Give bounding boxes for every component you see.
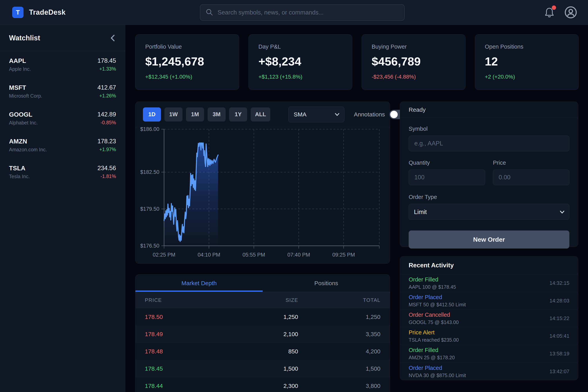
price-field[interactable]	[493, 170, 570, 185]
activity-item[interactable]: Order PlacedNVDA 30 @ $875.00 Limit13:42…	[400, 362, 578, 380]
activity-time: 14:28:03	[550, 298, 570, 304]
active-tab-underline	[136, 290, 263, 292]
watchlist-company: Apple Inc.	[9, 66, 31, 72]
tab-market-depth[interactable]: Market Depth	[136, 274, 263, 292]
svg-text:$179.50: $179.50	[140, 206, 159, 212]
depth-total: 3,350	[298, 331, 380, 338]
stat-card-value: 12	[485, 55, 569, 68]
depth-size: 1,500	[214, 365, 298, 372]
activity-panel: Recent Activity Order FilledAAPL 100 @ $…	[400, 256, 578, 380]
stat-card-delta: +2 (+20.0%)	[485, 74, 569, 80]
indicator-select[interactable]: SMA	[288, 106, 344, 122]
new-order-button[interactable]: New Order	[409, 230, 570, 248]
watchlist-change: +1.26%	[98, 93, 116, 98]
activity-item[interactable]: Order FilledAMZN 25 @ $178.2013:58:19	[400, 345, 578, 362]
notifications-button[interactable]	[543, 6, 556, 19]
quantity-label: Quantity	[409, 160, 485, 166]
activity-time: 13:42:07	[550, 368, 570, 374]
watchlist-change: -0.85%	[98, 120, 116, 126]
order-status: Ready	[400, 102, 578, 118]
tab-positions[interactable]: Positions	[263, 274, 390, 292]
activity-item[interactable]: Order PlacedMSFT 50 @ $412.50 Limit14:28…	[400, 292, 578, 310]
price-label: Price	[493, 160, 570, 166]
watchlist-sidebar: Watchlist AAPLApple Inc.178.45+1.33%MSFT…	[0, 25, 125, 392]
depth-size: 1,250	[214, 314, 298, 320]
activity-time: 13:58:19	[550, 351, 570, 357]
watchlist-item-aapl[interactable]: AAPLApple Inc.178.45+1.33%	[0, 51, 125, 78]
stat-card-label: Day P&L	[258, 44, 342, 50]
activity-item[interactable]: Order FilledAAPL 100 @ $178.4514:32:15	[400, 274, 578, 292]
svg-text:$176.50: $176.50	[140, 243, 159, 249]
activity-detail: TSLA reached $235.00	[409, 337, 459, 343]
depth-total: 1,250	[298, 314, 380, 320]
activity-time: 14:15:22	[550, 315, 570, 322]
stat-card-value: $456,789	[372, 55, 456, 68]
watchlist-items: AAPLApple Inc.178.45+1.33%MSFTMicrosoft …	[0, 51, 125, 186]
depth-table-row[interactable]: 178.492,1003,350	[136, 326, 390, 343]
notification-badge	[552, 6, 556, 10]
activity-status: Order Filled	[409, 276, 456, 283]
activity-status: Order Cancelled	[409, 312, 459, 318]
depth-size: 2,300	[214, 382, 298, 389]
watchlist-price: 234.56	[98, 165, 116, 172]
watchlist-company: Microsoft Corp.	[9, 93, 42, 99]
watchlist-item-msft[interactable]: MSFTMicrosoft Corp.412.67+1.26%	[0, 78, 125, 105]
watchlist-price: 178.45	[98, 57, 116, 64]
quantity-field[interactable]	[409, 170, 485, 185]
watchlist-company: Tesla Inc.	[9, 174, 30, 179]
watchlist-item-right: 142.89-0.85%	[98, 111, 116, 126]
watchlist-item-right: 178.23+1.97%	[98, 138, 116, 152]
watchlist-item-googl[interactable]: GOOGLAlphabet Inc.142.89-0.85%	[0, 105, 125, 132]
timeframe-button-3m[interactable]: 3M	[208, 108, 226, 122]
depth-table-row[interactable]: 178.488504,200	[136, 343, 390, 360]
activity-detail: GOOGL 75 @ $143.00	[409, 320, 459, 325]
watchlist-item-tsla[interactable]: TSLATesla Inc.234.56-1.81%	[0, 158, 125, 186]
stat-card-label: Portfolio Value	[145, 44, 229, 50]
svg-text:$186.00: $186.00	[140, 127, 159, 132]
stat-card-0: Portfolio Value$1,245,678+$12,345 (+1.00…	[135, 34, 239, 90]
timeframe-button-all[interactable]: ALL	[251, 108, 270, 122]
watchlist-change: -1.81%	[98, 174, 116, 179]
depth-tabs: Market Depth Positions	[136, 274, 390, 292]
depth-table-row[interactable]: 178.442,3003,800	[136, 377, 390, 392]
depth-price: 178.45	[145, 365, 214, 372]
activity-item[interactable]: Price AlertTSLA reached $235.0014:05:41	[400, 327, 578, 345]
brand-title: TradeDesk	[29, 8, 66, 16]
order-type-label: Order Type	[409, 194, 570, 200]
activity-title: Recent Activity	[400, 256, 578, 274]
price-chart[interactable]: $186.00$182.50$179.50$176.5002:25 PM04:1…	[136, 127, 390, 264]
column-header-total: TOTAL	[298, 297, 380, 303]
timeframe-button-1m[interactable]: 1M	[186, 108, 204, 122]
watchlist-item-amzn[interactable]: AMZNAmazon.com Inc.178.23+1.97%	[0, 132, 125, 158]
watchlist-item-left: GOOGLAlphabet Inc.	[9, 111, 38, 126]
order-type-select[interactable]: Limit	[409, 204, 570, 220]
timeframe-buttons: 1D1W1M3M1YALL	[143, 108, 274, 122]
app-logo-letter: T	[16, 9, 20, 16]
timeframe-button-1w[interactable]: 1W	[164, 108, 182, 122]
activity-item[interactable]: Order CancelledGOOGL 75 @ $143.0014:15:2…	[400, 310, 578, 327]
depth-panel: Market Depth Positions PRICE SIZE TOTAL …	[135, 274, 390, 392]
annotations-label: Annotations	[354, 111, 385, 118]
depth-table-row[interactable]: 178.501,2501,250	[136, 308, 390, 326]
depth-table-row[interactable]: 178.451,5001,500	[136, 360, 390, 377]
timeframe-button-1y[interactable]: 1Y	[229, 108, 247, 122]
chart-controls: 1D1W1M3M1YALL SMA Annotations	[136, 102, 390, 127]
svg-text:09:25 PM: 09:25 PM	[332, 252, 355, 258]
symbol-field[interactable]	[409, 136, 570, 151]
sidebar-collapse-button[interactable]	[109, 34, 116, 42]
search-input[interactable]	[218, 9, 399, 16]
stat-card-3: Open Positions12+2 (+20.0%)	[475, 34, 579, 90]
activity-time: 14:32:15	[550, 280, 570, 286]
svg-text:$182.50: $182.50	[140, 169, 159, 175]
timeframe-button-1d[interactable]: 1D	[143, 108, 161, 122]
annotations-toggle-knob	[390, 111, 398, 118]
user-avatar-button[interactable]	[564, 6, 577, 19]
watchlist-company: Alphabet Inc.	[9, 120, 38, 126]
watchlist-header: Watchlist	[0, 25, 125, 51]
stat-card-value: +$8,234	[258, 55, 342, 68]
depth-table-rows: 178.501,2501,250178.492,1003,350178.4885…	[136, 308, 390, 392]
activity-detail: AAPL 100 @ $178.45	[409, 284, 456, 290]
avatar-icon	[564, 6, 577, 19]
global-search[interactable]	[200, 4, 404, 20]
watchlist-symbol: AMZN	[9, 138, 47, 145]
